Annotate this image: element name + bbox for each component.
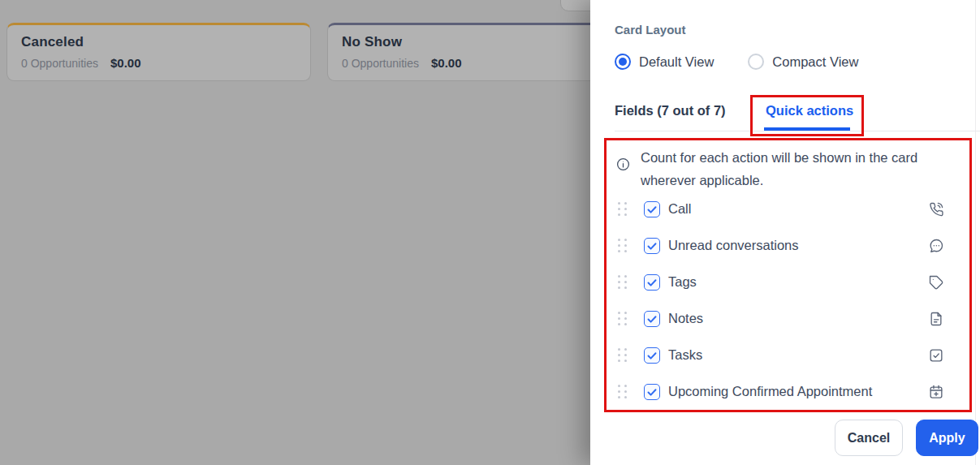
drag-handle-icon[interactable] bbox=[618, 312, 627, 325]
radio-compact-view[interactable]: Compact View bbox=[748, 54, 858, 70]
quick-action-row: Upcoming Confirmed Appointment bbox=[590, 373, 980, 410]
radio-default-view[interactable]: Default View bbox=[615, 54, 714, 70]
card-opportunities-count: 0 Opportunities bbox=[342, 57, 419, 70]
info-icon bbox=[615, 157, 631, 172]
card-title: No Show bbox=[342, 34, 587, 50]
card-amount: $0.00 bbox=[431, 56, 462, 70]
info-text: Count for each action will be shown in t… bbox=[641, 146, 951, 192]
drag-handle-icon[interactable] bbox=[618, 275, 627, 289]
pipeline-card-no-show: No Show 0 Opportunities $0.00 bbox=[327, 23, 601, 81]
cancel-button[interactable]: Cancel bbox=[835, 420, 903, 456]
quick-action-label: Tags bbox=[668, 274, 697, 290]
apply-button[interactable]: Apply bbox=[916, 420, 978, 456]
quick-action-label: Tasks bbox=[668, 347, 702, 363]
radio-selected-icon[interactable] bbox=[615, 54, 631, 70]
card-amount: $0.00 bbox=[110, 56, 141, 70]
note-icon bbox=[928, 311, 944, 327]
tag-icon bbox=[928, 274, 944, 291]
quick-action-row: Tasks bbox=[590, 337, 980, 373]
quick-action-label: Call bbox=[668, 201, 691, 217]
drag-handle-icon[interactable] bbox=[618, 385, 627, 398]
radio-unselected-icon[interactable] bbox=[748, 54, 764, 70]
quick-actions-list: CallUnread conversationsTagsNotesTasksUp… bbox=[590, 191, 980, 410]
tab-quick-actions[interactable]: Quick actions bbox=[766, 103, 853, 118]
card-opportunities-count: 0 Opportunities bbox=[21, 57, 98, 70]
quick-action-row: Tags bbox=[590, 264, 980, 300]
card-title: Canceled bbox=[21, 34, 297, 50]
view-radio-group: Default View Compact View bbox=[615, 54, 858, 70]
radio-label: Compact View bbox=[772, 54, 858, 70]
pipeline-card-canceled: Canceled 0 Opportunities $0.00 bbox=[6, 23, 311, 81]
quick-action-label: Upcoming Confirmed Appointment bbox=[668, 384, 872, 399]
drag-handle-icon[interactable] bbox=[618, 348, 627, 362]
quick-action-row: Notes bbox=[590, 300, 980, 337]
checkbox-checked[interactable] bbox=[644, 274, 660, 291]
checkbox-checked[interactable] bbox=[644, 311, 660, 327]
radio-label: Default View bbox=[639, 54, 714, 70]
quick-action-row: Call bbox=[590, 191, 980, 227]
drag-handle-icon[interactable] bbox=[618, 202, 627, 216]
checkbox-checked[interactable] bbox=[644, 384, 660, 400]
card-layout-settings-panel: Card Layout Default View Compact View Fi… bbox=[590, 0, 980, 465]
tabs-divider bbox=[615, 131, 980, 131]
quick-action-label: Unread conversations bbox=[668, 238, 799, 253]
task-check-icon bbox=[928, 347, 944, 364]
quick-action-row: Unread conversations bbox=[590, 227, 980, 264]
drag-handle-icon[interactable] bbox=[618, 239, 627, 252]
phone-icon bbox=[928, 201, 944, 217]
card-layout-heading: Card Layout bbox=[615, 23, 686, 37]
quick-action-label: Notes bbox=[668, 311, 703, 326]
checkbox-checked[interactable] bbox=[644, 201, 660, 217]
calendar-plus-icon bbox=[928, 384, 944, 400]
checkbox-checked[interactable] bbox=[644, 238, 660, 254]
chat-bubble-icon bbox=[928, 238, 944, 254]
checkbox-checked[interactable] bbox=[644, 347, 660, 364]
tab-fields[interactable]: Fields (7 out of 7) bbox=[615, 103, 726, 118]
info-note: Count for each action will be shown in t… bbox=[615, 146, 951, 192]
